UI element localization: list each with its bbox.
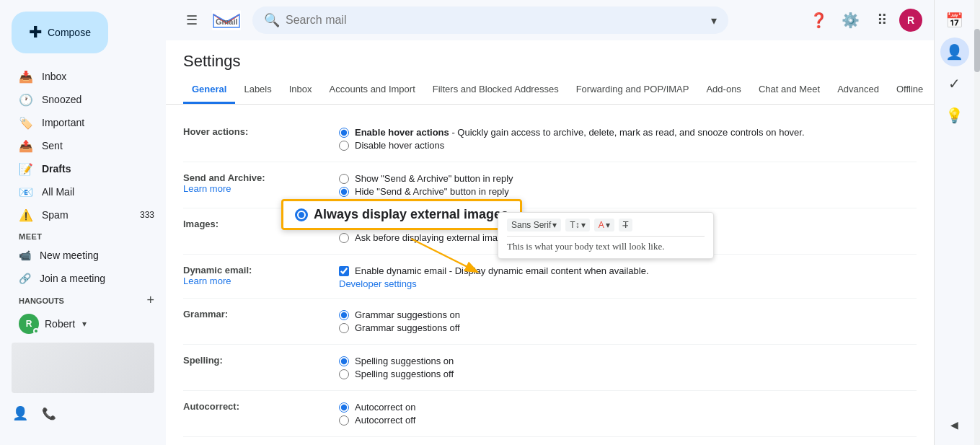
sidebar-item-all-mail[interactable]: 📧 All Mail <box>0 180 166 203</box>
hangouts-header: Hangouts + <box>0 290 166 311</box>
new-meeting-button[interactable]: 📹 New meeting <box>0 244 166 267</box>
menu-icon[interactable]: ☰ <box>177 6 206 35</box>
dynamic-email-row: Dynamic email: Learn more Enable dynamic… <box>183 255 917 299</box>
search-dropdown-icon[interactable]: ▾ <box>711 14 717 27</box>
inbox-label: Inbox <box>42 71 66 82</box>
grammar-on-option: Grammar suggestions on <box>339 309 917 320</box>
hide-send-archive-radio[interactable] <box>339 187 349 197</box>
help-icon[interactable]: ❓ <box>804 6 833 35</box>
dynamic-email-learn-more[interactable]: Learn more <box>183 276 327 286</box>
settings-area: Settings General Labels Inbox Accounts a… <box>166 40 934 445</box>
autocorrect-on-text: Autocorrect on <box>355 402 416 413</box>
search-bar[interactable]: 🔍 ▾ <box>252 6 728 34</box>
expand-right-icon[interactable]: ◀ <box>940 410 969 439</box>
drafts-icon: 📝 <box>19 162 33 176</box>
show-send-archive-radio[interactable] <box>339 174 349 184</box>
spelling-off-radio[interactable] <box>339 369 349 379</box>
tooltip-preview-text: This is what your body text will look li… <box>507 241 705 252</box>
join-meeting-button[interactable]: 🔗 Join a meeting <box>0 267 166 290</box>
font-color-button[interactable]: A ▾ <box>594 219 614 232</box>
grammar-on-text: Grammar suggestions on <box>355 309 460 320</box>
tab-forwarding[interactable]: Forwarding and POP/IMAP <box>568 76 698 104</box>
all-mail-label: All Mail <box>42 186 74 198</box>
dynamic-email-label: Dynamic email: Learn more <box>183 263 327 286</box>
add-person-icon[interactable]: 👤 <box>12 405 29 422</box>
grammar-off-radio[interactable] <box>339 323 349 333</box>
font-size-arrow: ▾ <box>581 220 586 230</box>
join-meeting-icon: 🔗 <box>19 273 31 284</box>
all-mail-icon: 📧 <box>19 185 33 199</box>
tab-offline[interactable]: Offline <box>888 76 932 104</box>
font-color-arrow: ▾ <box>606 220 610 230</box>
show-send-archive-text: Show "Send & Archive" button in reply <box>355 173 513 184</box>
tab-accounts[interactable]: Accounts and Import <box>321 76 424 104</box>
hangouts-title: Hangouts <box>19 296 64 305</box>
ask-before-display-radio[interactable] <box>339 233 349 243</box>
hide-send-archive-text: Hide "Send & Archive" button in reply <box>355 186 509 197</box>
smart-compose-row: Smart Compose: Writing suggestions on <box>183 437 917 445</box>
sidebar-item-sent[interactable]: 📤 Sent <box>0 134 166 157</box>
disable-hover-text: Disable hover actions <box>355 140 444 151</box>
user-avatar[interactable]: R <box>899 9 922 32</box>
compose-button[interactable]: ✚ Compose <box>12 12 108 53</box>
grammar-options: Grammar suggestions on Grammar suggestio… <box>339 307 917 335</box>
tab-advanced[interactable]: Advanced <box>829 76 888 104</box>
hangout-user-name: Robert <box>45 318 75 330</box>
tab-themes[interactable]: Themes <box>932 76 934 104</box>
enable-hover-radio[interactable] <box>339 128 349 138</box>
calendar-right-icon[interactable]: 📅 <box>940 6 969 35</box>
svg-text:Gmail: Gmail <box>216 17 238 26</box>
search-icon: 🔍 <box>264 12 280 28</box>
sidebar-item-spam[interactable]: ⚠️ Spam 333 <box>0 203 166 226</box>
sidebar-item-snoozed[interactable]: 🕐 Snoozed <box>0 88 166 111</box>
sidebar-item-important[interactable]: 🏷️ Important <box>0 111 166 134</box>
apps-icon[interactable]: ⠿ <box>868 6 896 35</box>
spelling-row: Spelling: Spelling suggestions on Spelli… <box>183 345 917 391</box>
search-input[interactable] <box>286 14 705 27</box>
autocorrect-off-radio[interactable] <box>339 415 349 426</box>
add-hangout-icon[interactable]: + <box>146 293 154 308</box>
font-family-button[interactable]: Sans Serif ▾ <box>507 219 561 232</box>
online-status-dot <box>33 328 39 334</box>
topbar: ☰ Gmail 🔍 ▾ ❓ ⚙️ ⠿ R <box>166 0 934 40</box>
tasks-right-icon[interactable]: ✓ <box>940 69 969 98</box>
enable-dynamic-checkbox[interactable] <box>339 266 349 276</box>
arrow-annotation <box>404 232 498 284</box>
grammar-row: Grammar: Grammar suggestions on Grammar … <box>183 299 917 345</box>
hangout-user-robert[interactable]: R Robert ▾ <box>0 311 166 337</box>
phone-icon[interactable]: 📞 <box>40 405 58 422</box>
hide-send-archive-option: Hide "Send & Archive" button in reply <box>339 186 917 197</box>
tab-addons[interactable]: Add-ons <box>697 76 749 104</box>
autocorrect-on-radio[interactable] <box>339 402 349 413</box>
tab-filters[interactable]: Filters and Blocked Addresses <box>424 76 568 104</box>
grammar-off-text: Grammar suggestions off <box>355 322 460 333</box>
disable-hover-option: Disable hover actions <box>339 140 917 151</box>
tab-labels[interactable]: Labels <box>235 76 280 104</box>
sidebar-item-inbox[interactable]: 📥 Inbox <box>0 65 166 88</box>
send-archive-learn-more[interactable]: Learn more <box>183 183 327 194</box>
settings-title: Settings <box>166 40 934 76</box>
scroll-thumb[interactable] <box>974 29 980 72</box>
disable-hover-radio[interactable] <box>339 141 349 151</box>
tab-inbox[interactable]: Inbox <box>281 76 321 104</box>
svg-line-2 <box>411 239 476 271</box>
gmail-logo: Gmail <box>212 10 241 30</box>
spelling-on-radio[interactable] <box>339 356 349 366</box>
enable-hover-text: Enable hover actions - Quickly gain acce… <box>355 127 805 138</box>
font-size-button[interactable]: T↕ ▾ <box>565 219 589 232</box>
spelling-off-text: Spelling suggestions off <box>355 369 454 379</box>
settings-icon[interactable]: ⚙️ <box>836 6 865 35</box>
clear-formatting-button[interactable]: T̶ <box>619 219 632 232</box>
keep-right-icon[interactable]: 💡 <box>940 101 969 130</box>
contacts-right-icon[interactable]: 👤 <box>940 38 969 66</box>
clear-format-icon: T̶ <box>623 220 628 230</box>
enable-dynamic-text: Enable dynamic email - Display dynamic e… <box>355 265 649 276</box>
enable-hover-option: Enable hover actions - Quickly gain acce… <box>339 127 917 138</box>
autocorrect-off-text: Autocorrect off <box>355 415 415 426</box>
sidebar-item-drafts[interactable]: 📝 Drafts <box>0 157 166 180</box>
spelling-off-option: Spelling suggestions off <box>339 369 917 379</box>
avatar: R <box>19 314 39 334</box>
grammar-on-radio[interactable] <box>339 310 349 320</box>
tab-chat[interactable]: Chat and Meet <box>750 76 829 104</box>
tab-general[interactable]: General <box>183 76 235 104</box>
